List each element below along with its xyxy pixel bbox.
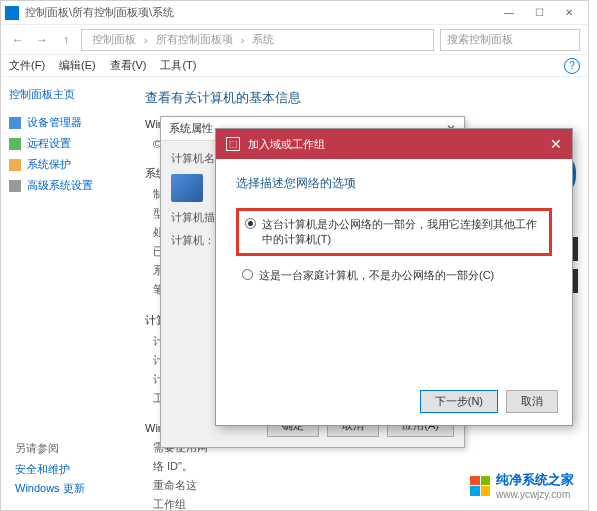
window-title: 控制面板\所有控制面板项\系统	[25, 5, 494, 20]
menu-file[interactable]: 文件(F)	[9, 58, 45, 73]
wizard-icon: ⬚	[226, 137, 240, 151]
see-also-title: 另请参阅	[15, 441, 85, 456]
dialog2-heading: 选择描述您网络的选项	[236, 175, 552, 192]
back-button[interactable]: ←	[9, 31, 27, 49]
join-domain-dialog: ⬚ 加入域或工作组 ✕ 选择描述您网络的选项 这台计算机是办公网络的一部分，我用…	[215, 128, 573, 426]
computer-icon	[171, 174, 203, 202]
dialog2-close-button[interactable]: ✕	[550, 136, 562, 152]
sidebar-item-protection[interactable]: 系统保护	[9, 154, 123, 175]
see-also: 另请参阅 安全和维护 Windows 更新	[15, 441, 85, 500]
sidebar-item-label: 远程设置	[27, 136, 71, 151]
option-work-network[interactable]: 这台计算机是办公网络的一部分，我用它连接到其他工作中的计算机(T)	[245, 215, 543, 249]
watermark-text: 纯净系统之家	[496, 471, 574, 489]
breadcrumb[interactable]: 控制面板 › 所有控制面板项 › 系统	[81, 29, 434, 51]
watermark: 纯净系统之家 www.ycwjzy.com	[470, 471, 574, 500]
cancel-button[interactable]: 取消	[506, 390, 558, 413]
radio-icon	[242, 269, 253, 280]
sidebar-title[interactable]: 控制面板主页	[9, 87, 123, 102]
app-icon	[5, 6, 19, 20]
dialog2-title-text: 加入域或工作组	[248, 137, 325, 152]
dialog2-titlebar: ⬚ 加入域或工作组 ✕	[216, 129, 572, 159]
sidebar-item-label: 系统保护	[27, 157, 71, 172]
menu-bar: 文件(F) 编辑(E) 查看(V) 工具(T) ?	[1, 55, 588, 77]
up-button[interactable]: ↑	[57, 31, 75, 49]
sidebar-item-label: 设备管理器	[27, 115, 82, 130]
minimize-button[interactable]: —	[494, 3, 524, 23]
nav-bar: ← → ↑ 控制面板 › 所有控制面板项 › 系统 搜索控制面板	[1, 25, 588, 55]
protection-icon	[9, 159, 21, 171]
menu-view[interactable]: 查看(V)	[110, 58, 147, 73]
option-label: 这台计算机是办公网络的一部分，我用它连接到其他工作中的计算机(T)	[262, 217, 543, 247]
watermark-url: www.ycwjzy.com	[496, 489, 574, 500]
search-placeholder: 搜索控制面板	[447, 32, 513, 47]
forward-button[interactable]: →	[33, 31, 51, 49]
device-manager-icon	[9, 117, 21, 129]
close-button[interactable]: ✕	[554, 3, 584, 23]
option-home-computer[interactable]: 这是一台家庭计算机，不是办公网络的一部分(C)	[236, 266, 552, 285]
menu-edit[interactable]: 编辑(E)	[59, 58, 96, 73]
d1-workgroup-label: 计算机：	[171, 233, 221, 248]
next-button[interactable]: 下一步(N)	[420, 390, 498, 413]
search-input[interactable]: 搜索控制面板	[440, 29, 580, 51]
sidebar-item-remote[interactable]: 远程设置	[9, 133, 123, 154]
breadcrumb-part[interactable]: 所有控制面板项	[156, 32, 233, 47]
radio-icon	[245, 218, 256, 229]
dialog1-title-text: 系统属性	[169, 121, 213, 136]
highlighted-option: 这台计算机是办公网络的一部分，我用它连接到其他工作中的计算机(T)	[236, 208, 552, 256]
sidebar-item-device-manager[interactable]: 设备管理器	[9, 112, 123, 133]
see-also-security[interactable]: 安全和维护	[15, 462, 85, 477]
titlebar: 控制面板\所有控制面板项\系统 — ☐ ✕	[1, 1, 588, 25]
advanced-icon	[9, 180, 21, 192]
remote-icon	[9, 138, 21, 150]
sidebar-item-label: 高级系统设置	[27, 178, 93, 193]
option-label: 这是一台家庭计算机，不是办公网络的一部分(C)	[259, 268, 494, 283]
d1-compname-label: 计算机名	[171, 151, 221, 166]
maximize-button[interactable]: ☐	[524, 3, 554, 23]
sidebar-item-advanced[interactable]: 高级系统设置	[9, 175, 123, 196]
menu-tools[interactable]: 工具(T)	[160, 58, 196, 73]
watermark-logo-icon	[470, 476, 490, 496]
breadcrumb-part[interactable]: 系统	[252, 32, 274, 47]
see-also-update[interactable]: Windows 更新	[15, 481, 85, 496]
breadcrumb-part[interactable]: 控制面板	[92, 32, 136, 47]
help-icon[interactable]: ?	[564, 58, 580, 74]
page-title: 查看有关计算机的基本信息	[145, 89, 574, 107]
